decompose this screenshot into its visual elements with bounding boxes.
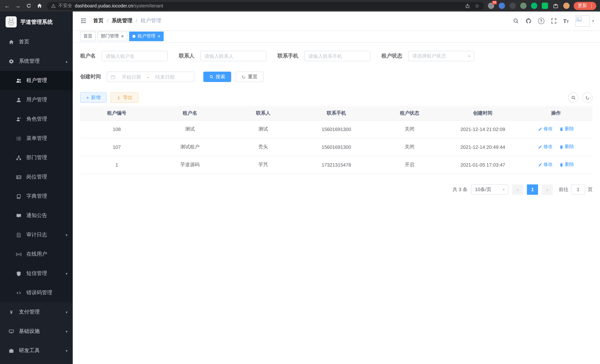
extension-icon[interactable] <box>509 3 516 9</box>
col-mobile: 联系手机 <box>300 106 373 120</box>
help-icon[interactable]: ? <box>538 18 544 24</box>
contact-cell: 测试 <box>226 120 300 138</box>
refresh-table-button[interactable] <box>582 92 593 103</box>
sidebar-item-online-users[interactable]: 在线用户 <box>0 244 73 264</box>
sidebar-item-sms[interactable]: 短信管理 ▾ <box>0 264 73 283</box>
sidebar-fold-button[interactable] <box>80 18 87 24</box>
font-size-icon[interactable]: TT <box>563 18 569 24</box>
id-badge-icon <box>16 174 22 180</box>
sidebar-item-user[interactable]: 用户管理 <box>0 90 73 110</box>
sidebar-item-audit-log[interactable]: 审计日志 ▾ <box>0 225 73 244</box>
logo-avatar <box>6 16 17 28</box>
actions-cell: 修改 删除 <box>519 138 593 156</box>
goto-page-input[interactable] <box>571 184 585 195</box>
share-icon[interactable] <box>465 3 470 8</box>
sidebar-item-label: 错误码管理 <box>26 289 52 296</box>
tab-label: 部门管理 <box>101 33 119 39</box>
contact-input[interactable] <box>200 51 266 61</box>
bookmark-star-icon[interactable]: ☆ <box>475 3 479 9</box>
plus-icon: + <box>86 95 89 100</box>
date-range-picker[interactable]: - <box>107 72 194 82</box>
kebab-menu-icon[interactable]: ⋮ <box>589 3 594 9</box>
date-end-input[interactable] <box>151 74 179 80</box>
sidebar-item-dept[interactable]: 部门管理 <box>0 148 73 167</box>
header-search-icon[interactable] <box>513 18 519 24</box>
close-icon[interactable]: × <box>121 34 124 38</box>
edit-link[interactable]: 修改 <box>538 126 553 132</box>
next-page-button[interactable]: › <box>542 184 553 195</box>
edit-link[interactable]: 修改 <box>538 162 553 168</box>
add-button[interactable]: + 新增 <box>80 92 106 103</box>
sidebar-item-system[interactable]: 系统管理 ▴ <box>0 52 73 71</box>
browser-reload-button[interactable] <box>25 3 32 9</box>
yen-icon: ¥ <box>8 309 14 315</box>
extension-icon[interactable] <box>520 3 526 9</box>
user-menu[interactable]: ▾ <box>575 15 594 27</box>
page-url: dashboard.yudao.iocoder.cn/system/tenant <box>75 3 163 8</box>
sidebar-item-home[interactable]: 首页 <box>0 32 73 52</box>
reset-button-label: 重置 <box>248 74 258 80</box>
sidebar-item-label: 用户管理 <box>26 96 47 103</box>
extensions-puzzle-icon[interactable] <box>553 3 559 9</box>
sidebar-item-dev-tools[interactable]: 研发工具 ▾ <box>0 341 73 360</box>
status-select[interactable]: 请选择租户状态 ▾ <box>408 51 474 61</box>
sidebar-item-role[interactable]: 角色管理 <box>0 110 73 129</box>
actions-cell: 修改 删除 <box>519 120 593 138</box>
sidebar-item-error-code[interactable]: 错误码管理 <box>0 283 73 302</box>
export-button[interactable]: 导出 <box>111 92 138 103</box>
close-icon[interactable]: × <box>158 34 160 38</box>
fullscreen-icon[interactable] <box>551 18 557 24</box>
reset-button[interactable]: 重置 <box>236 72 263 82</box>
page-size-select[interactable]: 10条/页 ▾ <box>471 184 508 195</box>
chrome-update-button[interactable]: 更新 ⋮ <box>574 2 596 10</box>
tab-tenant[interactable]: 租户管理 × <box>129 31 164 41</box>
page-number-button[interactable]: 1 <box>527 184 538 195</box>
sidebar-logo[interactable]: 芋道管理系统 <box>0 11 73 32</box>
address-bar[interactable]: 不安全 dashboard.yudao.iocoder.cn/system/te… <box>47 2 484 10</box>
toggle-search-button[interactable] <box>568 92 579 103</box>
sidebar-item-notice[interactable]: 通知公告 <box>0 206 73 225</box>
mobile-input[interactable] <box>304 51 370 61</box>
filter-mobile: 联系手机 <box>278 51 370 61</box>
extension-icon[interactable]: 10 <box>488 3 494 9</box>
navbar-actions: ? TT ▾ <box>513 15 594 27</box>
profile-avatar[interactable] <box>563 3 570 9</box>
tab-dept[interactable]: 部门管理 × <box>98 31 127 41</box>
sidebar-item-post[interactable]: 岗位管理 <box>0 167 73 187</box>
screen: ← → 不安全 dashboard.yudao.iocoder.cn/syste… <box>0 0 600 364</box>
status-label: 租户状态 <box>381 53 402 59</box>
avatar <box>575 15 590 27</box>
extension-icon[interactable] <box>531 3 537 9</box>
browser-home-button[interactable] <box>36 3 43 9</box>
tenant-id-cell: 107 <box>80 138 153 156</box>
sidebar-item-tenant[interactable]: 租户管理 <box>0 71 73 90</box>
trash-icon <box>559 162 564 167</box>
delete-link[interactable]: 删除 <box>559 162 574 168</box>
sidebar-item-infra[interactable]: 基础设施 ▾ <box>0 322 73 341</box>
tab-home[interactable]: 首页 <box>80 31 96 41</box>
edit-link[interactable]: 修改 <box>538 144 553 150</box>
contact-cell: 秃头 <box>226 138 300 156</box>
breadcrumb: 首页 / 系统管理 / 租户管理 <box>93 18 161 24</box>
sidebar-item-label: 系统管理 <box>19 58 40 65</box>
shield-icon <box>16 270 22 277</box>
extension-icon[interactable] <box>499 3 505 9</box>
browser-back-button[interactable]: ← <box>4 3 10 9</box>
breadcrumb-system[interactable]: 系统管理 <box>112 18 132 24</box>
date-start-input[interactable] <box>117 74 145 80</box>
sidebar-item-dict[interactable]: 字典管理 <box>0 187 73 206</box>
tenant-name-input[interactable] <box>102 51 168 61</box>
delete-link[interactable]: 删除 <box>559 126 574 132</box>
prev-page-button[interactable]: ‹ <box>512 184 523 195</box>
sidebar-item-label: 字典管理 <box>26 193 47 200</box>
delete-link[interactable]: 删除 <box>559 144 574 150</box>
sidebar-item-payment[interactable]: ¥ 支付管理 ▾ <box>0 302 73 322</box>
search-button[interactable]: 搜索 <box>203 72 231 82</box>
browser-forward-button[interactable]: → <box>14 3 21 9</box>
extension-icon[interactable] <box>542 3 548 9</box>
toolbar-right <box>568 92 593 103</box>
breadcrumb-home[interactable]: 首页 <box>93 18 103 24</box>
gear-icon <box>8 58 14 64</box>
sidebar-item-menu[interactable]: 菜单管理 <box>0 129 73 148</box>
github-icon[interactable] <box>525 18 532 24</box>
